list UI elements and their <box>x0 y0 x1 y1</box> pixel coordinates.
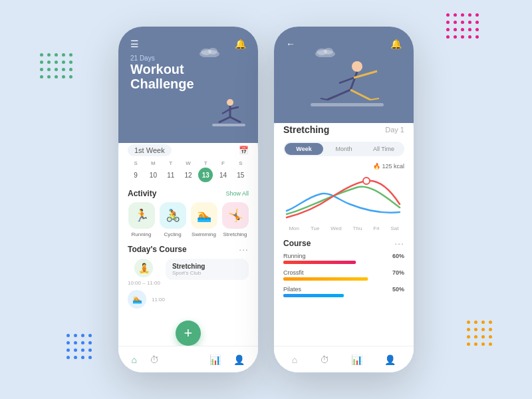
nav-home-icon[interactable]: ⌂ <box>132 354 137 365</box>
tab-alltime[interactable]: All Time <box>364 143 403 155</box>
running-bar-pct: 60% <box>392 253 404 259</box>
chart-label-fri: Fri <box>373 225 379 231</box>
decorative-dots-bottomleft <box>66 334 92 359</box>
day-header-w: W <box>180 160 196 166</box>
yoga-figure <box>202 97 249 134</box>
activity-cycling[interactable]: 🚴 Cycling <box>159 202 186 237</box>
calendar-icon[interactable]: 📅 <box>239 146 249 155</box>
pilates-bar-label: Pilates <box>283 286 301 293</box>
day-12[interactable]: 12 <box>181 168 196 182</box>
decorative-dots-topleft <box>40 53 72 78</box>
crossfit-bar-label: Crossfit <box>283 269 304 276</box>
svg-line-19 <box>321 98 327 100</box>
day-10[interactable]: 10 <box>146 168 160 182</box>
course-name: Stretching <box>172 263 242 270</box>
activity-running[interactable]: 🏃 Running <box>128 202 155 237</box>
stretching-icon-box: 🤸 <box>222 202 249 229</box>
svg-point-12 <box>324 48 333 55</box>
hero-text: 21 Days WorkoutChallenge <box>130 55 246 91</box>
chart-section: 🔥 125 kcal Mon Tue <box>283 163 404 231</box>
activity-section: Activity Show All 🏃 Running 🚴 Cycling 🏊 … <box>128 189 249 237</box>
chart-label-tue: Tue <box>311 225 320 231</box>
menu-icon[interactable]: ☰ <box>130 39 139 49</box>
svg-line-20 <box>370 98 379 100</box>
nav-profile-icon[interactable]: 👤 <box>233 354 245 365</box>
nav-chart-icon[interactable]: 📊 <box>209 354 221 365</box>
course-bar-crossfit: Crossfit 70% <box>283 269 404 281</box>
calendar-header: 1st Week 📅 <box>128 144 249 156</box>
chart-label-wed: Wed <box>331 225 341 231</box>
bottom-nav-right: ⌂ ⏱ 📊 👤 <box>274 346 414 372</box>
running-label: Running <box>132 231 152 237</box>
svg-point-3 <box>227 99 233 106</box>
svg-point-22 <box>363 178 370 184</box>
cycling-icon-box: 🚴 <box>160 202 186 229</box>
day-13-active[interactable]: 13 <box>198 168 213 182</box>
svg-rect-9 <box>212 124 245 126</box>
week-label[interactable]: 1st Week <box>128 144 172 156</box>
svg-rect-21 <box>311 103 384 106</box>
back-icon[interactable]: ← <box>286 39 295 49</box>
phones-wrapper: ☰ 🔔 21 Days WorkoutChallenge <box>118 27 414 372</box>
right-cloud-decoration <box>314 45 337 57</box>
svg-line-6 <box>230 107 239 109</box>
course-icon: 🧘 <box>134 259 153 277</box>
chart-tabs: Week Month All Time <box>283 142 404 156</box>
show-all-link[interactable]: Show All <box>225 190 249 197</box>
running-bar-track <box>283 261 404 264</box>
running-bar-label: Running <box>283 253 306 259</box>
right-nav-chart-icon[interactable]: 📊 <box>351 354 362 365</box>
bell-icon[interactable]: 🔔 <box>235 39 246 49</box>
day-header-t1: T <box>163 160 179 166</box>
tab-month[interactable]: Month <box>325 143 363 155</box>
activity-swimming[interactable]: 🏊 Swimming <box>190 202 217 237</box>
stretching-title: Stretching <box>283 124 329 135</box>
calendar-section: 1st Week 📅 S M T W T F S 9 10 11 12 13 1… <box>128 144 249 182</box>
chart-area <box>283 171 404 224</box>
svg-rect-24 <box>283 277 368 281</box>
cycling-emoji: 🚴 <box>166 208 180 223</box>
course-bars-menu-icon[interactable]: ··· <box>394 238 404 249</box>
day-header-t2: T <box>198 160 213 166</box>
svg-point-2 <box>208 48 217 55</box>
decorative-dots-topright <box>446 13 479 39</box>
line-chart-svg <box>283 171 404 224</box>
day-11[interactable]: 11 <box>164 168 178 182</box>
course-item-stretching[interactable]: 🧘 10:00 – 11:00 Stretching Sport's Club <box>128 259 249 286</box>
svg-point-13 <box>352 61 362 72</box>
day-label: Day 1 <box>385 126 404 134</box>
course-bars-section: Course ··· Running 60% <box>283 238 404 297</box>
day-15[interactable]: 15 <box>233 168 248 182</box>
nav-timer-icon[interactable]: ⏱ <box>150 354 159 365</box>
right-nav-home-icon[interactable]: ⌂ <box>292 354 297 365</box>
svg-line-8 <box>230 117 241 122</box>
cycling-label: Cycling <box>164 231 181 237</box>
activity-title: Activity <box>128 189 156 198</box>
chart-label-thu: Thu <box>353 225 362 231</box>
svg-rect-25 <box>283 294 344 297</box>
day-header-f: F <box>215 160 231 166</box>
svg-line-16 <box>339 78 354 83</box>
right-nav-timer-icon[interactable]: ⏱ <box>320 354 329 365</box>
course-menu-icon[interactable]: ··· <box>239 244 249 255</box>
day-14[interactable]: 14 <box>216 168 231 182</box>
course-time: 10:00 – 11:00 <box>128 280 160 286</box>
activity-icons: 🏃 Running 🚴 Cycling 🏊 Swimming 🤸 Stretch… <box>128 202 249 237</box>
day-9[interactable]: 9 <box>128 168 143 182</box>
day-header-s2: S <box>233 160 249 166</box>
activity-stretching[interactable]: 🤸 Stretching <box>221 202 249 237</box>
running-icon-box: 🏃 <box>128 202 155 229</box>
right-bell-icon[interactable]: 🔔 <box>390 39 402 49</box>
calendar-days: S M T W T F S 9 10 11 12 13 14 15 <box>128 160 249 182</box>
swimming-emoji: 🏊 <box>197 208 211 223</box>
swimming-icon-box: 🏊 <box>191 202 217 229</box>
course-bars: Running 60% Crossfit 70% <box>283 253 404 297</box>
fab-add-button[interactable]: + <box>176 321 201 346</box>
tab-week[interactable]: Week <box>285 143 323 155</box>
crossfit-bar-pct: 70% <box>392 269 404 276</box>
right-nav-profile-icon[interactable]: 👤 <box>384 354 396 365</box>
course-header: Today's Course ··· <box>128 244 249 255</box>
stretching-figure <box>301 57 387 123</box>
course-sub: Sport's Club <box>172 270 242 276</box>
running-emoji: 🏃 <box>134 208 149 223</box>
